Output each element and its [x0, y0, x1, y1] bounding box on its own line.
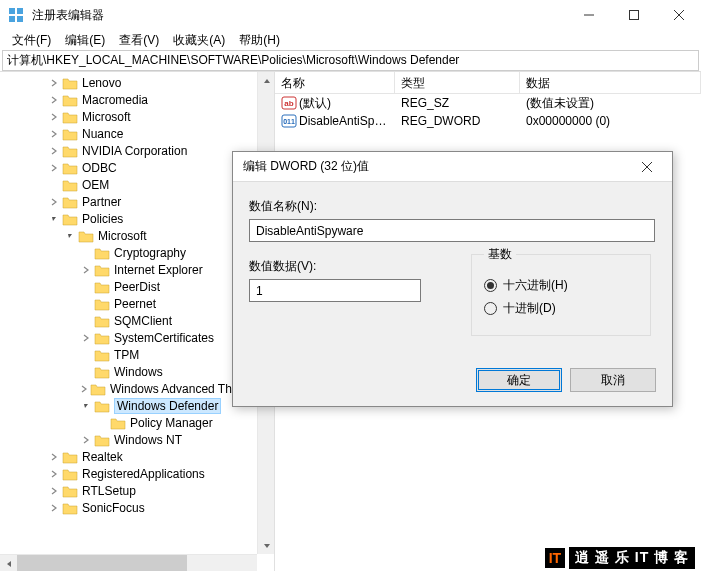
radio-dec[interactable] — [484, 302, 497, 315]
value-data: 0x00000000 (0) — [520, 114, 701, 128]
folder-icon — [62, 93, 78, 107]
base-fieldset: 基数 十六进制(H) 十进制(D) — [471, 246, 651, 336]
column-type[interactable]: 类型 — [395, 72, 520, 93]
scroll-left-button[interactable] — [0, 555, 17, 571]
value-data-input[interactable] — [249, 279, 421, 302]
dialog-close-button[interactable] — [632, 152, 662, 182]
folder-icon — [78, 229, 94, 243]
scroll-up-button[interactable] — [258, 72, 275, 89]
folder-icon — [62, 501, 78, 515]
folder-icon — [62, 467, 78, 481]
menu-file[interactable]: 文件(F) — [6, 32, 57, 49]
expander-none — [48, 179, 60, 191]
expand-icon[interactable] — [80, 332, 92, 344]
menu-edit[interactable]: 编辑(E) — [59, 32, 111, 49]
ok-button[interactable]: 确定 — [476, 368, 562, 392]
folder-icon — [62, 178, 78, 192]
tree-item-label: TPM — [114, 348, 139, 362]
radio-dec-row[interactable]: 十进制(D) — [484, 300, 638, 317]
tree-item-label: OEM — [82, 178, 109, 192]
tree-item[interactable]: Lenovo — [0, 74, 274, 91]
value-row[interactable]: 011DisableAntiSpy...REG_DWORD0x00000000 … — [275, 112, 701, 130]
close-button[interactable] — [656, 0, 701, 30]
tree-item-label: Lenovo — [82, 76, 121, 90]
tree-item[interactable]: RegisteredApplications — [0, 465, 274, 482]
expand-icon[interactable] — [80, 383, 88, 395]
dialog-buttons: 确定 取消 — [460, 368, 672, 392]
tree-item-label: ODBC — [82, 161, 117, 175]
tree-item[interactable]: Macromedia — [0, 91, 274, 108]
menu-view[interactable]: 查看(V) — [113, 32, 165, 49]
watermark-text: 逍 遥 乐 IT 博 客 — [569, 547, 695, 569]
cancel-button[interactable]: 取消 — [570, 368, 656, 392]
svg-text:ab: ab — [284, 99, 293, 108]
base-legend: 基数 — [484, 246, 516, 263]
menubar: 文件(F) 编辑(E) 查看(V) 收藏夹(A) 帮助(H) — [0, 30, 701, 50]
menu-favorites[interactable]: 收藏夹(A) — [167, 32, 231, 49]
radio-hex-row[interactable]: 十六进制(H) — [484, 277, 638, 294]
maximize-button[interactable] — [611, 0, 656, 30]
folder-icon — [62, 195, 78, 209]
collapse-icon[interactable] — [48, 213, 60, 225]
column-data[interactable]: 数据 — [520, 72, 701, 93]
tree-item-label: Nuance — [82, 127, 123, 141]
expand-icon[interactable] — [48, 94, 60, 106]
collapse-icon[interactable] — [80, 400, 92, 412]
expander-none — [80, 315, 92, 327]
tree-item[interactable]: Windows NT — [0, 431, 274, 448]
value-row[interactable]: ab(默认)REG_SZ(数值未设置) — [275, 94, 701, 112]
dword-value-icon: 011 — [281, 114, 297, 128]
expander-none — [96, 417, 108, 429]
folder-icon — [62, 212, 78, 226]
expand-icon[interactable] — [80, 264, 92, 276]
expander-none — [80, 298, 92, 310]
tree-item[interactable]: Microsoft — [0, 108, 274, 125]
expand-icon[interactable] — [48, 451, 60, 463]
folder-icon — [94, 348, 110, 362]
column-name[interactable]: 名称 — [275, 72, 395, 93]
address-bar[interactable]: 计算机\HKEY_LOCAL_MACHINE\SOFTWARE\Policies… — [2, 50, 699, 71]
value-name-input[interactable] — [249, 219, 655, 242]
tree-item-label: Microsoft — [98, 229, 147, 243]
menu-help[interactable]: 帮助(H) — [233, 32, 286, 49]
expand-icon[interactable] — [48, 468, 60, 480]
expand-icon[interactable] — [48, 502, 60, 514]
dialog-titlebar: 编辑 DWORD (32 位)值 — [233, 152, 672, 182]
expander-none — [80, 281, 92, 293]
value-name-label: 数值名称(N): — [249, 198, 656, 215]
tree-item-label: SQMClient — [114, 314, 172, 328]
dialog-title-text: 编辑 DWORD (32 位)值 — [243, 158, 632, 175]
expand-icon[interactable] — [48, 196, 60, 208]
collapse-icon[interactable] — [64, 230, 76, 242]
minimize-button[interactable] — [566, 0, 611, 30]
tree-item[interactable]: Nuance — [0, 125, 274, 142]
column-headers: 名称 类型 数据 — [275, 72, 701, 94]
tree-item-label: Windows — [114, 365, 163, 379]
scroll-thumb-h[interactable] — [17, 555, 187, 571]
folder-icon — [62, 484, 78, 498]
expand-icon[interactable] — [48, 111, 60, 123]
tree-scrollbar-h[interactable] — [0, 554, 257, 571]
expand-icon[interactable] — [80, 434, 92, 446]
expand-icon[interactable] — [48, 485, 60, 497]
tree-item[interactable]: SonicFocus — [0, 499, 274, 516]
scroll-down-button[interactable] — [258, 537, 275, 554]
string-value-icon: ab — [281, 96, 297, 110]
svg-text:011: 011 — [283, 118, 295, 125]
tree-item[interactable]: Policy Manager — [0, 414, 274, 431]
values-list[interactable]: ab(默认)REG_SZ(数值未设置)011DisableAntiSpy...R… — [275, 94, 701, 130]
expand-icon[interactable] — [48, 162, 60, 174]
expand-icon[interactable] — [48, 77, 60, 89]
expand-icon[interactable] — [48, 128, 60, 140]
folder-icon — [90, 382, 106, 396]
expand-icon[interactable] — [48, 145, 60, 157]
tree-item-label: NVIDIA Corporation — [82, 144, 187, 158]
radio-hex-label: 十六进制(H) — [503, 277, 568, 294]
expander-none — [80, 366, 92, 378]
tree-item[interactable]: RTLSetup — [0, 482, 274, 499]
folder-icon — [94, 331, 110, 345]
folder-icon — [62, 127, 78, 141]
radio-hex[interactable] — [484, 279, 497, 292]
tree-item-label: RegisteredApplications — [82, 467, 205, 481]
tree-item[interactable]: Realtek — [0, 448, 274, 465]
